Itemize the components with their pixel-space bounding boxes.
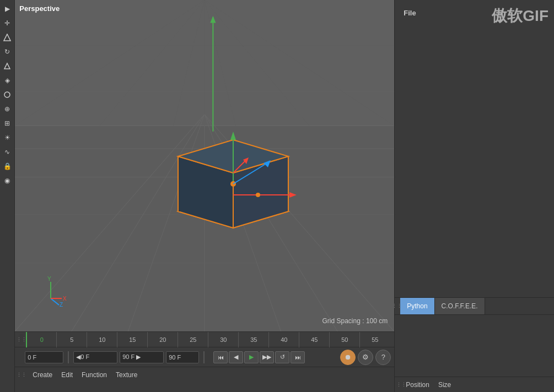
- rotate-icon[interactable]: ↻: [1, 45, 14, 58]
- tick-20[interactable]: 20: [147, 332, 178, 347]
- tick-10[interactable]: 10: [87, 332, 117, 347]
- timeline-ruler[interactable]: ⋮⋮ 0 5 10 15 20 25 30 35 40 45 50 55: [15, 332, 394, 347]
- fast-forward-button[interactable]: ▶▶: [260, 351, 274, 363]
- tab-coffee[interactable]: C.O.F.F.E.E.: [435, 298, 485, 314]
- end-button[interactable]: ⏭: [291, 351, 305, 363]
- right-panel-top: File 傲软GIF: [395, 0, 554, 297]
- scale-icon[interactable]: [1, 31, 14, 44]
- watermark: 傲软GIF: [492, 6, 548, 26]
- position-size-bar: Position Size: [406, 381, 451, 389]
- tick-15[interactable]: 15: [117, 332, 147, 347]
- perspective-label: Perspective: [19, 4, 60, 13]
- viewport-section: Perspective Grid Spacing : 100 cm Y Z X: [15, 0, 394, 392]
- tick-0[interactable]: 0: [26, 332, 56, 347]
- svg-line-46: [51, 298, 59, 305]
- svg-marker-1: [4, 63, 10, 69]
- frame-start-input[interactable]: [25, 351, 63, 363]
- svg-text:Y: Y: [47, 276, 51, 282]
- tick-30[interactable]: 30: [208, 332, 238, 347]
- svg-point-2: [4, 92, 10, 97]
- svg-text:X: X: [63, 296, 67, 302]
- svg-marker-0: [4, 34, 10, 41]
- tool-icon-6[interactable]: [1, 88, 14, 101]
- frame-end-input[interactable]: [120, 351, 164, 363]
- tick-50[interactable]: 50: [329, 332, 359, 347]
- svg-marker-35: [230, 132, 236, 140]
- menu-create[interactable]: Create: [33, 371, 52, 379]
- select-icon[interactable]: ▶: [1, 2, 14, 15]
- menu-texture[interactable]: Texture: [116, 371, 137, 379]
- play-button[interactable]: ▶: [244, 351, 259, 363]
- rewind-button[interactable]: ⏮: [213, 351, 228, 363]
- menu-edit[interactable]: Edit: [61, 371, 73, 379]
- magnet-icon[interactable]: ⊕: [1, 102, 14, 116]
- tab-python[interactable]: Python: [400, 298, 434, 314]
- coord-axes: Y Z X: [40, 276, 73, 309]
- timeline-area: ⋮⋮ 0 5 10 15 20 25 30 35 40 45 50 55: [15, 331, 394, 392]
- svg-text:Z: Z: [60, 302, 63, 308]
- playback-btn-group: ⏮ ◀ ▶ ▶▶ ↺ ⏭: [213, 351, 305, 363]
- right-panel-content: [395, 315, 554, 377]
- playback-controls: ⏮ ◀ ▶ ▶▶ ↺ ⏭ ⏺ ⚙ ?: [15, 347, 394, 367]
- bottom-bar: ⋮⋮ Position Size: [395, 377, 554, 392]
- viewport-canvas[interactable]: Perspective Grid Spacing : 100 cm Y Z X: [15, 0, 394, 331]
- main-container: ▶ ✛ ↻ ◈ ⊕ ⊞ ☀ ∿ 🔒 ◉: [0, 0, 554, 392]
- record-button[interactable]: ⏺: [340, 350, 356, 365]
- frame-current-input[interactable]: [73, 351, 117, 363]
- file-menu[interactable]: File: [404, 9, 416, 17]
- material-icon[interactable]: ◉: [1, 174, 14, 187]
- svg-point-39: [256, 193, 260, 197]
- tool-icon-9[interactable]: ☀: [1, 131, 14, 144]
- tool-icon-10[interactable]: ∿: [1, 145, 14, 159]
- frame-total-input[interactable]: [166, 351, 199, 363]
- grid-spacing-label: Grid Spacing : 100 cm: [322, 317, 388, 325]
- tick-35[interactable]: 35: [238, 332, 268, 347]
- move-icon[interactable]: ✛: [1, 17, 14, 30]
- svg-marker-38: [289, 192, 297, 198]
- tick-5[interactable]: 5: [56, 332, 87, 347]
- paint-icon[interactable]: ◈: [1, 74, 14, 87]
- help-button[interactable]: ?: [375, 350, 391, 365]
- tick-45[interactable]: 45: [299, 332, 329, 347]
- cube-object[interactable]: [162, 101, 305, 244]
- polygon-icon[interactable]: [1, 59, 14, 73]
- camera-icon[interactable]: ⊞: [1, 117, 14, 130]
- auto-button[interactable]: ⚙: [358, 350, 373, 365]
- tick-55[interactable]: 55: [359, 332, 390, 347]
- ruler-ticks: 0 5 10 15 20 25 30 35 40 45 50 55: [26, 332, 390, 347]
- left-toolbar: ▶ ✛ ↻ ◈ ⊕ ⊞ ☀ ∿ 🔒 ◉: [0, 0, 15, 392]
- loop-button[interactable]: ↺: [275, 351, 289, 363]
- position-label: Position: [406, 381, 429, 389]
- menu-bar-bottom: ⋮⋮ Create Edit Function Texture: [15, 367, 394, 383]
- lock-icon[interactable]: 🔒: [1, 160, 14, 173]
- menu-function[interactable]: Function: [82, 371, 107, 379]
- tabs-row: ⋮⋮ Python C.O.F.F.E.E.: [395, 297, 554, 315]
- tick-25[interactable]: 25: [178, 332, 208, 347]
- tick-40[interactable]: 40: [268, 332, 299, 347]
- right-panel: File 傲软GIF ⋮⋮ Python C.O.F.F.E.E. ⋮⋮ Pos…: [394, 0, 554, 392]
- size-label: Size: [438, 381, 451, 389]
- prev-frame-button[interactable]: ◀: [229, 351, 243, 363]
